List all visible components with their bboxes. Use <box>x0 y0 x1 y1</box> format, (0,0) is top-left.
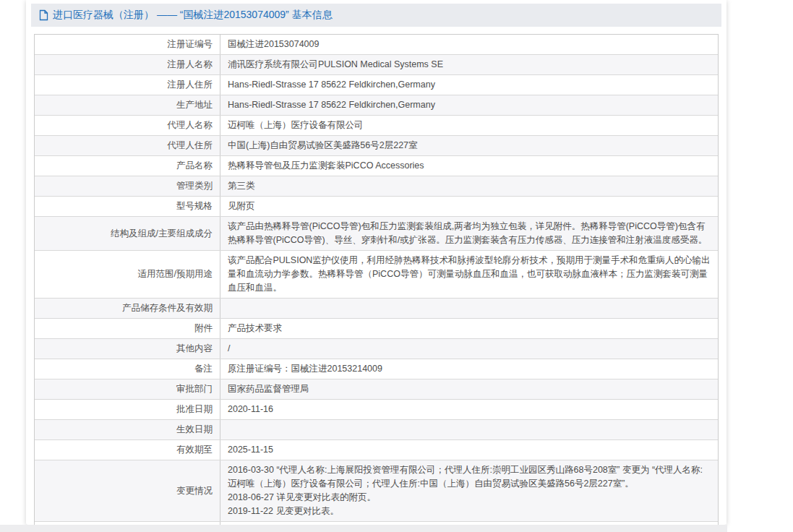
field-label: 型号规格 <box>35 197 220 216</box>
field-label: 代理人名称 <box>35 116 220 135</box>
page-header: 进口医疗器械（注册） —— “国械注进20153074009” 基本信息 <box>31 4 721 27</box>
table-row: 型号规格 见附页 <box>35 197 718 217</box>
table-row: 注册人住所 Hans-Riedl-Strasse 17 85622 Feldki… <box>35 75 718 95</box>
table-row: 注册人名称 浦讯医疗系统有限公司PULSION Medical Systems … <box>35 55 718 75</box>
table-row: 结构及组成/主要组成成分 该产品由热稀释导管(PiCCO导管)包和压力监测套装组… <box>35 217 718 251</box>
field-label: 有效期至 <box>35 440 220 460</box>
page-title: 进口医疗器械（注册） —— “国械注进20153074009” 基本信息 <box>53 9 333 22</box>
field-label: 代理人住所 <box>35 136 220 155</box>
table-row: 代理人住所 中国(上海)自由贸易试验区美盛路56号2层227室 <box>35 136 718 156</box>
field-value: 迈柯唯（上海）医疗设备有限公司 <box>220 116 718 135</box>
field-label: 附件 <box>35 319 220 338</box>
field-value: 该产品由热稀释导管(PiCCO导管)包和压力监测套装组成,两者均为独立包装，详见… <box>220 217 718 250</box>
field-label: 其他内容 <box>35 339 220 359</box>
table-row: 适用范围/预期用途 该产品配合PULSION监护仪使用，利用经肺热稀释技术和脉搏… <box>35 251 718 299</box>
table-row: 代理人名称 迈柯唯（上海）医疗设备有限公司 <box>35 116 718 136</box>
field-label: 管理类别 <box>35 176 220 196</box>
table-row: 产品名称 热稀释导管包及压力监测套装PiCCO Accessories <box>35 156 718 176</box>
field-value: 国家药品监督管理局 <box>220 379 718 399</box>
table-row: 其他内容 / <box>35 339 718 359</box>
field-value: 中国(上海)自由贸易试验区美盛路56号2层227室 <box>220 136 718 155</box>
table-row: 注册证编号 国械注进20153074009 <box>35 35 718 55</box>
field-value: 2025-11-15 <box>220 440 718 460</box>
field-label: 批准日期 <box>35 400 220 419</box>
field-value: Hans-Riedl-Strasse 17 85622 Feldkirchen,… <box>220 75 718 95</box>
field-value: 2016-03-30 “代理人名称:上海展阳投资管理有限公司；代理人住所:崇明工… <box>220 460 718 521</box>
field-value: 该产品配合PULSION监护仪使用，利用经肺热稀释技术和脉搏波型轮廓分析技术，预… <box>220 251 718 298</box>
page-bottom-band <box>0 525 727 532</box>
table-row: 批准日期 2020-11-16 <box>35 400 718 420</box>
field-label: 审批部门 <box>35 379 220 399</box>
field-label: 产品储存条件及有效期 <box>35 299 220 318</box>
table-row: 审批部门 国家药品监督管理局 <box>35 379 718 400</box>
table-row: 有效期至 2025-11-15 <box>35 440 718 460</box>
content-card: 进口医疗器械（注册） —— “国械注进20153074009” 基本信息 注册证… <box>26 0 726 525</box>
document-icon <box>38 9 48 21</box>
field-value: 热稀释导管包及压力监测套装PiCCO Accessories <box>220 156 718 176</box>
field-label: 注册人名称 <box>35 55 220 74</box>
field-value: 国械注进20153074009 <box>220 35 718 54</box>
field-label: 注册证编号 <box>35 35 220 54</box>
field-value: 2020-11-16 <box>220 400 718 419</box>
table-row: 备注 原注册证编号：国械注进20153214009 <box>35 359 718 379</box>
field-value: / <box>220 339 718 359</box>
field-label: 产品名称 <box>35 156 220 176</box>
field-value: 产品技术要求 <box>220 319 718 338</box>
field-value <box>220 299 718 318</box>
table-row: 产品储存条件及有效期 <box>35 299 718 319</box>
field-label: 变更情况 <box>35 460 220 521</box>
table-row: 附件 产品技术要求 <box>35 319 718 339</box>
field-value: 见附页 <box>220 197 718 216</box>
field-value: Hans-Riedl-Strasse 17 85622 Feldkirchen,… <box>220 95 718 115</box>
table-row: 管理类别 第三类 <box>35 176 718 197</box>
field-value: 第三类 <box>220 176 718 196</box>
field-label: 生效日期 <box>35 420 220 439</box>
field-label: 备注 <box>35 359 220 379</box>
field-label: 生产地址 <box>35 95 220 115</box>
table-row: 生效日期 <box>35 420 718 440</box>
table-row: 变更情况 2016-03-30 “代理人名称:上海展阳投资管理有限公司；代理人住… <box>35 460 718 522</box>
field-label: 注册人住所 <box>35 75 220 95</box>
info-table: 注册证编号 国械注进20153074009 注册人名称 浦讯医疗系统有限公司PU… <box>34 34 719 532</box>
field-value: 原注册证编号：国械注进20153214009 <box>220 359 718 379</box>
field-value: 浦讯医疗系统有限公司PULSION Medical Systems SE <box>220 55 718 74</box>
table-row: 生产地址 Hans-Riedl-Strasse 17 85622 Feldkir… <box>35 95 718 116</box>
field-value <box>220 420 718 439</box>
field-label: 适用范围/预期用途 <box>35 251 220 298</box>
field-label: 结构及组成/主要组成成分 <box>35 217 220 250</box>
